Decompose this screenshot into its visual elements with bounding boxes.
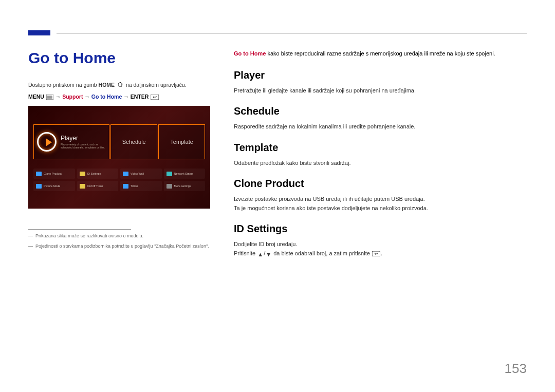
tile-player-sub: Play a variety of content, such as sched… <box>61 143 106 149</box>
intro-bold: Go to Home <box>234 50 266 57</box>
section-heading: Clone Product <box>234 178 527 190</box>
section-body: Odaberite predložak kako biste stvorili … <box>234 159 527 168</box>
id-settings-icon <box>80 172 85 176</box>
notes-divider <box>28 229 131 230</box>
up-triangle-icon: ▲ <box>257 250 263 259</box>
grid-item: Video Wall <box>120 169 162 179</box>
section-clone-product: Clone Product Izvezite postavke proizvod… <box>234 178 527 213</box>
path-arrow: → <box>84 94 90 100</box>
section-body: Pretražujte ili gledajte kanale ili sadr… <box>234 86 527 96</box>
mini-label: Picture Mode <box>44 184 60 188</box>
path-support: Support <box>62 94 83 100</box>
note-text: Pojedinosti o stavkama podizbornika potr… <box>28 243 213 250</box>
path-arrow: → <box>123 94 129 100</box>
play-icon <box>37 132 57 152</box>
tiles-row: Player Play a variety of content, such a… <box>33 124 205 159</box>
grid-item: Ticker <box>120 181 162 191</box>
mini-label: Video Wall <box>131 172 144 175</box>
mini-label: Network Status <box>174 172 193 175</box>
menu-icon <box>46 95 53 101</box>
clone-product-icon <box>36 172 42 176</box>
top-divider <box>57 33 527 33</box>
mini-label: Ticker <box>131 184 138 188</box>
desc-pre: Dostupno pritiskom na gumb <box>28 82 99 88</box>
mini-label: Clone Product <box>44 172 62 175</box>
grid-item: On/Off Timer <box>77 181 119 191</box>
grid-item: Network Status <box>164 169 206 179</box>
path-goto: Go to Home <box>91 94 122 100</box>
intro-rest: kako biste reproducirali razne sadržaje … <box>266 50 495 57</box>
section-schedule: Schedule Rasporedite sadržaje na lokalni… <box>234 105 527 132</box>
icons-grid: Clone Product ID Settings Video Wall Net… <box>33 169 205 191</box>
section-heading: Schedule <box>234 105 527 117</box>
down-triangle-icon: ▼ <box>266 250 271 259</box>
tile-template: Template <box>158 124 205 159</box>
right-column: Go to Home kako biste reproducirali razn… <box>234 49 527 270</box>
page-number: 153 <box>505 361 527 377</box>
video-wall-icon <box>123 172 128 176</box>
path-enter: ENTER <box>131 94 149 100</box>
grid-item: Picture Mode <box>33 181 75 191</box>
home-screenshot: Player Play a variety of content, such a… <box>28 106 210 209</box>
mini-label: ID Settings <box>87 172 101 175</box>
section-body: Izvezite postavke proizvoda na USB uređa… <box>234 195 527 204</box>
tile-player-title: Player <box>61 135 106 142</box>
brand-mark <box>28 30 50 35</box>
desc-bold: HOME <box>99 82 115 88</box>
id-p2-pre: Pritisnite <box>234 250 257 256</box>
grid-item: ID Settings <box>77 169 119 179</box>
picture-mode-icon <box>36 184 42 189</box>
mini-label: On/Off Timer <box>87 184 103 188</box>
section-body: Ta je mogućnost korisna ako iste postavk… <box>234 204 527 213</box>
intro-text: Go to Home kako biste reproducirali razn… <box>234 49 527 58</box>
id-p2-post: . <box>381 250 382 256</box>
more-settings-icon <box>166 184 172 189</box>
section-player: Player Pretražujte ili gledajte kanale i… <box>234 69 527 96</box>
tile-schedule-label: Schedule <box>122 139 146 145</box>
section-heading: Template <box>234 142 527 154</box>
left-column: Go to Home Dostupno pritiskom na gumb HO… <box>28 49 213 253</box>
id-p2-mid: da biste odabrali broj, a zatim pritisni… <box>272 250 372 256</box>
section-id-settings: ID Settings Dodijelite ID broj uređaju. … <box>234 223 527 259</box>
enter-icon <box>151 95 159 101</box>
section-body: Dodijelite ID broj uređaju. <box>234 240 527 249</box>
tile-schedule: Schedule <box>110 124 157 159</box>
onoff-timer-icon <box>80 184 85 189</box>
availability-text: Dostupno pritiskom na gumb HOME na dalji… <box>28 81 213 89</box>
home-icon <box>117 81 123 89</box>
section-heading: ID Settings <box>234 223 527 235</box>
section-body: Pritisnite ▲/▼ da biste odabrali broj, a… <box>234 249 527 259</box>
path-arrow: → <box>55 94 61 100</box>
section-body: Rasporedite sadržaje na lokalnim kanalim… <box>234 122 527 132</box>
path-menu: MENU <box>28 94 44 100</box>
tile-template-label: Template <box>170 139 193 145</box>
note-text: Prikazana slika može se razlikovati ovis… <box>28 233 213 240</box>
desc-post: na daljinskom upravljaču. <box>124 82 187 88</box>
tile-player: Player Play a variety of content, such a… <box>33 124 109 159</box>
grid-item: Clone Product <box>33 169 75 179</box>
network-status-icon <box>166 172 172 176</box>
mini-label: More settings <box>174 184 191 188</box>
enter-icon <box>372 250 380 259</box>
page-title: Go to Home <box>28 49 213 67</box>
menu-path: MENU → Support → Go to Home → ENTER <box>28 94 213 101</box>
section-heading: Player <box>234 69 527 81</box>
section-template: Template Odaberite predložak kako biste … <box>234 142 527 168</box>
ticker-icon <box>123 184 128 189</box>
grid-item: More settings <box>164 181 206 191</box>
